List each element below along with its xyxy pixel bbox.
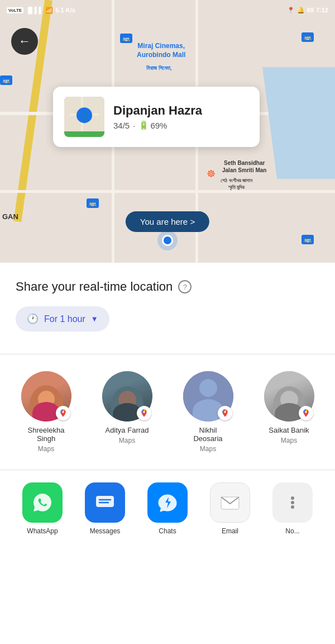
map-place-cinemas-bn: মিরাজ সিনেমা, [146, 64, 172, 72]
map-road-h2 [0, 190, 335, 193]
contact-score: 34/5 [113, 121, 130, 130]
app-label-messages: Messages [90, 527, 121, 535]
contact-name-2: NikhilDeosaria [193, 426, 222, 443]
location-icon: 📍 [287, 7, 295, 14]
contact-avatar-2 [183, 371, 233, 422]
svg-point-10 [291, 496, 294, 500]
email-icon [210, 482, 250, 523]
battery-percent: 69% [150, 121, 167, 130]
duration-label: For 1 hour [44, 314, 85, 324]
battery-icon: 🔋 69% [138, 120, 167, 130]
status-bar: VoLTE ▐▌▌▌ 📶 5.1 K/s 📍 🔔 69 7:12 [0, 0, 335, 20]
map-place-seth-bn: শেঠ বংশীধর জালানস্মৃতি মন্দির [221, 178, 252, 191]
contact-item-2[interactable]: NikhilDeosaria Maps [183, 371, 233, 453]
contact-item-1[interactable]: Aditya Farrad Maps [102, 371, 152, 453]
map-place-seth: Seth BansidharJalan Smriti Man [222, 159, 266, 174]
contact-avatar-card: 👤 [64, 97, 104, 137]
app-label-email: Email [222, 527, 238, 535]
location-dot [162, 235, 173, 246]
svg-point-11 [291, 501, 294, 504]
contact-avatar-0 [21, 371, 71, 422]
contact-detail-card: 34/5 · 🔋 69% [113, 120, 202, 130]
chevron-down-icon: ▼ [91, 315, 98, 323]
volte-badge: VoLTE [7, 7, 23, 13]
contact-name-1: Aditya Farrad [105, 426, 149, 434]
map-bus-1: 🚌 [120, 34, 132, 43]
map-section: Miraj Cinemas,Aurobindo Mall মিরাজ সিনেম… [0, 0, 335, 263]
info-card-text: Dipanjan Hazra 34/5 · 🔋 69% [113, 103, 202, 130]
share-title-text: Share your real-time location [16, 280, 173, 294]
contact-name-0: ShreelekhaSingh [28, 426, 65, 443]
contact-avatar-3 [264, 371, 314, 422]
avatar-map-bg: 👤 [64, 97, 104, 137]
share-title: Share your real-time location ? [16, 280, 319, 294]
contact-app-3: Maps [281, 437, 297, 444]
more-icon [272, 482, 313, 523]
messages-icon [85, 482, 125, 523]
app-label-chats: Chats [159, 527, 176, 535]
app-label-more: No... [285, 527, 299, 535]
app-item-whatsapp[interactable]: WhatsApp [22, 482, 63, 535]
contact-item-0[interactable]: ShreelekhaSingh Maps [21, 371, 71, 453]
signal-strength: ▐▌▌▌ [26, 7, 43, 13]
avatar-green-bar [64, 131, 104, 137]
svg-point-12 [291, 505, 294, 509]
map-place-gan: GAN [2, 212, 18, 222]
apps-grid: WhatsApp Messages Chats [6, 482, 329, 535]
speed-indicator: 5.1 K/s [55, 7, 75, 13]
notification-icon: 🔔 [297, 7, 305, 14]
map-bus-4: 🚌 [302, 32, 314, 42]
battery-level: 69 [307, 7, 314, 13]
time-display: 7:12 [316, 7, 328, 13]
app-item-chats[interactable]: Chats [147, 482, 188, 535]
help-icon[interactable]: ? [178, 280, 192, 293]
chats-icon [147, 482, 188, 523]
map-bus-5: 🚌 [302, 235, 314, 244]
you-are-here-button[interactable]: You are here > [126, 211, 209, 232]
status-right: 📍 🔔 69 7:12 [287, 7, 328, 14]
maps-badge-3 [299, 406, 313, 420]
you-are-here-label: You are here > [140, 217, 195, 226]
contact-item-3[interactable]: Saikat Banik Maps [264, 371, 314, 453]
clock-icon: 🕐 [27, 313, 39, 325]
maps-badge-2 [218, 406, 232, 420]
app-item-email[interactable]: Email [210, 482, 250, 535]
contact-name-3: Saikat Banik [269, 426, 309, 434]
app-item-more[interactable]: No... [272, 482, 313, 535]
contacts-section: ShreelekhaSingh Maps [0, 366, 335, 464]
location-info-card: 👤 Dipanjan Hazra 34/5 · 🔋 69% [53, 87, 260, 147]
back-button[interactable]: ← [11, 28, 38, 55]
contact-name-card: Dipanjan Hazra [113, 103, 202, 118]
svg-point-3 [305, 411, 307, 413]
maps-badge-1 [137, 406, 151, 420]
maps-badge-0 [56, 406, 70, 420]
dot-separator: · [133, 121, 135, 130]
contact-app-2: Maps [200, 445, 216, 453]
contact-avatar-1 [102, 371, 152, 422]
contact-app-0: Maps [38, 445, 54, 453]
status-left: VoLTE ▐▌▌▌ 📶 5.1 K/s [7, 7, 75, 14]
svg-point-0 [62, 411, 64, 413]
contact-app-1: Maps [119, 437, 135, 444]
back-arrow-icon: ← [18, 34, 31, 49]
map-place-cinemas: Miraj Cinemas,Aurobindo Mall [137, 42, 185, 59]
svg-point-1 [143, 411, 145, 413]
svg-point-2 [224, 411, 226, 413]
contacts-grid: ShreelekhaSingh Maps [0, 371, 335, 453]
divider-1 [0, 354, 335, 354]
map-temple-icon: ☸ [207, 168, 216, 180]
share-section: Share your real-time location ? 🕐 For 1 … [0, 263, 335, 343]
whatsapp-icon [22, 482, 63, 523]
map-bus-3: 🚌 [87, 198, 99, 208]
map-water-area [262, 67, 335, 179]
app-item-messages[interactable]: Messages [85, 482, 125, 535]
svg-rect-5 [96, 496, 114, 507]
apps-section: WhatsApp Messages Chats [0, 470, 335, 535]
wifi-icon: 📶 [45, 7, 53, 14]
map-bus-2: 🚌 [0, 75, 12, 85]
avatar-person-pin: 👤 [76, 107, 92, 123]
app-label-whatsapp: WhatsApp [27, 527, 58, 535]
duration-button[interactable]: 🕐 For 1 hour ▼ [16, 306, 109, 332]
